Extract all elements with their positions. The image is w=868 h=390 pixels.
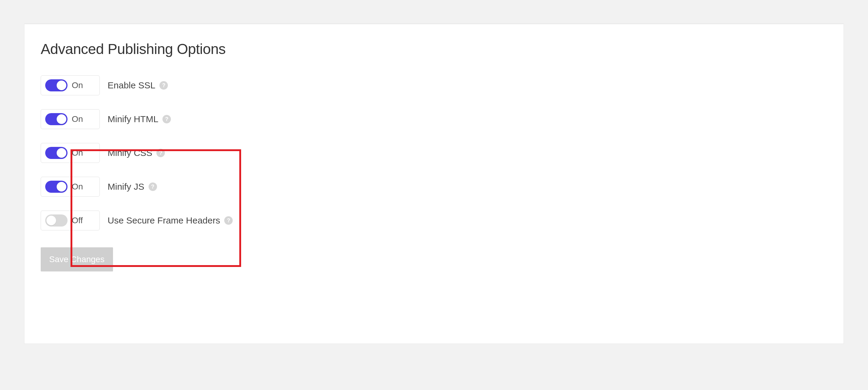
save-changes-button[interactable]: Save Changes	[41, 247, 113, 271]
settings-panel-container: Advanced Publishing Options On Enable SS…	[24, 24, 844, 344]
help-icon[interactable]: ?	[156, 149, 165, 157]
switch-icon	[45, 147, 67, 159]
option-label-secure-frame-headers: Use Secure Frame Headers ?	[107, 215, 233, 226]
help-icon[interactable]: ?	[159, 81, 168, 90]
option-text: Use Secure Frame Headers	[107, 215, 220, 226]
option-label-enable-ssl: Enable SSL ?	[107, 80, 168, 90]
option-text: Enable SSL	[107, 80, 155, 90]
section-title: Advanced Publishing Options	[41, 41, 827, 57]
toggle-state-label: On	[72, 114, 83, 124]
option-label-minify-html: Minify HTML ?	[107, 114, 171, 124]
help-icon[interactable]: ?	[149, 182, 157, 191]
toggle-state-label: On	[72, 182, 83, 191]
help-icon[interactable]: ?	[224, 216, 233, 225]
toggle-minify-html[interactable]: On	[41, 109, 100, 129]
toggle-secure-frame-headers[interactable]: Off	[41, 211, 100, 231]
toggle-state-label: On	[72, 81, 83, 90]
option-label-minify-css: Minify CSS ?	[107, 148, 165, 158]
toggle-minify-css[interactable]: On	[41, 143, 100, 163]
toggle-state-label: On	[72, 148, 83, 158]
toggle-minify-js[interactable]: On	[41, 177, 100, 197]
option-minify-js: On Minify JS ?	[41, 177, 827, 197]
advanced-publishing-panel: Advanced Publishing Options On Enable SS…	[24, 24, 844, 344]
option-minify-html: On Minify HTML ?	[41, 109, 827, 129]
toggle-enable-ssl[interactable]: On	[41, 76, 100, 95]
option-label-minify-js: Minify JS ?	[107, 182, 157, 192]
switch-icon	[45, 79, 67, 91]
switch-icon	[45, 181, 67, 193]
option-secure-frame-headers: Off Use Secure Frame Headers ?	[41, 211, 827, 231]
switch-icon	[45, 214, 67, 227]
option-text: Minify JS	[107, 182, 144, 192]
options-list: On Enable SSL ? On Minify HTML ?	[41, 76, 827, 231]
option-text: Minify CSS	[107, 148, 152, 158]
option-enable-ssl: On Enable SSL ?	[41, 76, 827, 95]
help-icon[interactable]: ?	[162, 115, 171, 123]
option-minify-css: On Minify CSS ?	[41, 143, 827, 163]
toggle-state-label: Off	[72, 216, 83, 225]
switch-icon	[45, 113, 67, 125]
option-text: Minify HTML	[107, 114, 158, 124]
